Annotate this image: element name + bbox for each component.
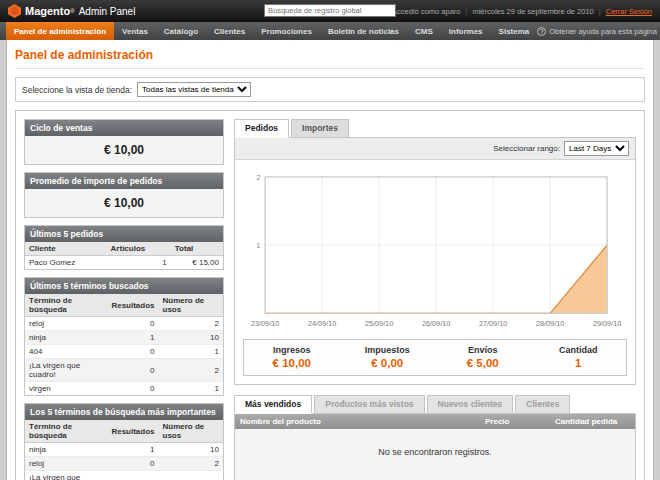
stat-value: 1	[531, 357, 627, 369]
main-nav: Panel de administraciónVentasCatálogoCli…	[0, 22, 660, 40]
average-orders-value: € 10,00	[25, 189, 223, 217]
column-header: Resultados	[107, 420, 158, 443]
logout-link[interactable]: Cerrar Sesión	[606, 7, 652, 16]
svg-text:23/09/10: 23/09/10	[251, 319, 279, 328]
stat-label: Envíos	[435, 345, 531, 355]
table-cell: 2	[159, 359, 223, 382]
nav-item[interactable]: Panel de administración	[6, 22, 114, 40]
card-title: Los 5 términos de búsqueda más important…	[25, 404, 223, 420]
stat-label: Cantidad	[531, 345, 627, 355]
nav-item[interactable]: Clientes	[206, 22, 253, 40]
table-cell: 0	[107, 471, 158, 480]
table-cell: reloj	[25, 457, 107, 471]
table-cell: 404	[25, 345, 107, 359]
store-view-select[interactable]: Todas las vistas de tienda	[137, 82, 251, 97]
nav-item[interactable]: Ventas	[114, 22, 156, 40]
table-cell: ninja	[25, 443, 107, 457]
chart-container: 1223/09/1024/09/1025/09/1026/09/1027/09/…	[235, 160, 635, 331]
column-header: Término de búsqueda	[25, 294, 107, 317]
top-bar: Magento® Admin Panel Accedió como aparo …	[0, 0, 660, 22]
help-link[interactable]: ? Obtener ayuda para esta página	[537, 22, 657, 40]
card-title: Ciclo de ventas	[25, 120, 223, 136]
btab-item[interactable]: Más vendidos	[234, 395, 312, 414]
last-orders-table: ClienteArtículosTotalPaco Gomez1€ 15,00	[25, 242, 223, 269]
table-row: reloj02	[25, 457, 223, 471]
table-cell: ninja	[25, 331, 107, 345]
grid-column-header[interactable]: Nombre del producto	[235, 414, 480, 429]
stat-value: € 0,00	[340, 357, 436, 369]
table-cell: ¡La virgen que cuadro!	[25, 471, 107, 480]
svg-text:2: 2	[256, 173, 260, 182]
current-date: miércoles 29 de septiembre de 2010	[472, 7, 593, 16]
table-cell: 1	[107, 256, 171, 270]
products-grid-table: Nombre del productoPrecioCantidad pedida	[235, 414, 635, 429]
svg-text:1: 1	[256, 241, 260, 250]
orders-panel: Seleccionar rango: Last 7 Days 1223/09/1…	[234, 137, 636, 385]
stat-label: Ingresos	[244, 345, 340, 355]
table-cell: ¡La virgen que cuadro!	[25, 359, 107, 382]
column-header: Total	[171, 242, 223, 256]
dashboard-right-column: PedidosImportes Seleccionar rango: Last …	[234, 119, 636, 480]
table-cell: 0	[107, 382, 158, 396]
top-search-terms-table: Término de búsquedaResultadosNúmero de u…	[25, 420, 223, 480]
products-grid: Nombre del productoPrecioCantidad pedida…	[234, 413, 636, 480]
nav-item[interactable]: Informes	[441, 22, 491, 40]
table-cell: 0	[107, 317, 158, 331]
table-cell: Paco Gomez	[25, 256, 107, 270]
average-orders-card: Promedio de importe de pedidos € 10,00	[24, 172, 224, 218]
svg-text:24/09/10: 24/09/10	[308, 319, 336, 328]
table-cell: 0	[107, 359, 158, 382]
stat-value: € 10,00	[244, 357, 340, 369]
stat-item: Impuestos€ 0,00	[340, 340, 436, 375]
last-orders-card: Últimos 5 pedidos ClienteArtículosTotalP…	[24, 225, 224, 270]
card-title: Últimos 5 términos buscados	[25, 278, 223, 294]
table-cell: 2	[159, 317, 223, 331]
range-select[interactable]: Last 7 Days	[564, 141, 629, 156]
dtab-item[interactable]: Importes	[291, 119, 349, 138]
table-cell: 2	[159, 457, 223, 471]
grid-column-header[interactable]: Cantidad pedida	[550, 414, 635, 429]
nav-item[interactable]: Sistema	[491, 22, 538, 40]
logo-registered-mark: ®	[70, 8, 74, 14]
table-cell: 10	[159, 443, 223, 457]
content-area: Panel de administración Seleccione la vi…	[6, 40, 654, 480]
nav-item[interactable]: Promociones	[253, 22, 320, 40]
nav-item[interactable]: Catálogo	[156, 22, 206, 40]
column-header: Término de búsqueda	[25, 420, 107, 443]
magento-logo-icon	[8, 4, 21, 18]
table-row: ninja110	[25, 331, 223, 345]
dtab-item[interactable]: Pedidos	[234, 119, 289, 138]
logged-in-as: Accedió como aparo	[392, 7, 460, 16]
table-cell: 2	[159, 471, 223, 480]
table-cell: reloj	[25, 317, 107, 331]
stats-row: Ingresos€ 10,00Impuestos€ 0,00Envíos€ 5,…	[243, 339, 627, 376]
stat-label: Impuestos	[340, 345, 436, 355]
svg-text:26/09/10: 26/09/10	[422, 319, 450, 328]
last-search-terms-table: Término de búsquedaResultadosNúmero de u…	[25, 294, 223, 395]
table-row: Paco Gomez1€ 15,00	[25, 256, 223, 270]
table-row: ¡La virgen que cuadro!02	[25, 359, 223, 382]
stat-item: Cantidad1	[531, 340, 627, 375]
range-bar: Seleccionar rango: Last 7 Days	[235, 138, 635, 160]
magento-logo: Magento® Admin Panel	[8, 4, 135, 18]
table-row: 40401	[25, 345, 223, 359]
store-view-label: Seleccione la vista de tienda:	[22, 85, 132, 95]
btab-item: Nuevos clientes	[427, 395, 514, 414]
table-cell: virgen	[25, 382, 107, 396]
global-search-input[interactable]	[264, 4, 396, 17]
btab-item: Clientes	[515, 395, 570, 414]
dashboard-tabs: PedidosImportes	[234, 119, 636, 138]
btab-item: Productos más vistos	[314, 395, 424, 414]
stat-item: Envíos€ 5,00	[435, 340, 531, 375]
session-info: Accedió como aparo | miércoles 29 de sep…	[392, 7, 652, 16]
last-search-terms-card: Últimos 5 términos buscados Término de b…	[24, 277, 224, 396]
table-row: ninja110	[25, 443, 223, 457]
table-cell: 1	[159, 382, 223, 396]
grid-column-header[interactable]: Precio	[480, 414, 550, 429]
nav-item[interactable]: CMS	[407, 22, 441, 40]
svg-text:27/09/10: 27/09/10	[479, 319, 507, 328]
separator: |	[599, 7, 601, 16]
nav-item[interactable]: Boletín de noticias	[320, 22, 407, 40]
column-header: Número de usos	[159, 420, 223, 443]
store-view-bar: Seleccione la vista de tienda: Todas las…	[15, 77, 645, 102]
